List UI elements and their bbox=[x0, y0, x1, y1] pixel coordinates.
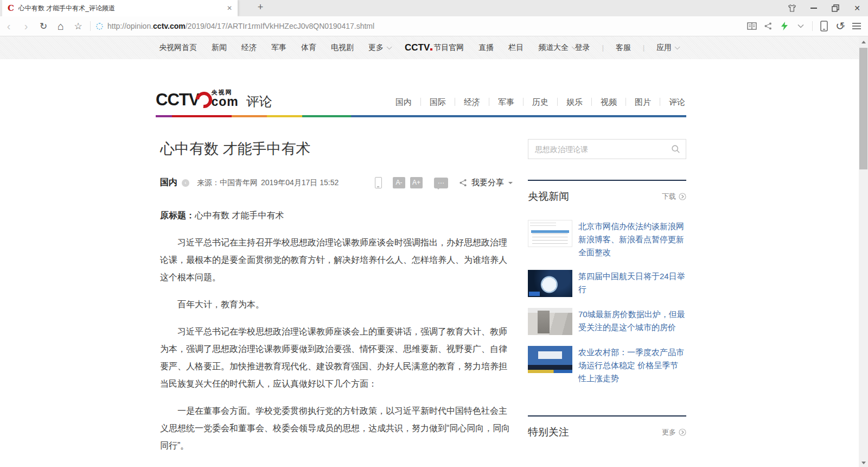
cctv-com-logo[interactable]: CCTV 央视网 com 评论 bbox=[156, 90, 272, 108]
topnav-item-sports[interactable]: 体育 bbox=[301, 43, 316, 53]
menu-button[interactable] bbox=[848, 18, 865, 34]
search-input[interactable] bbox=[535, 145, 671, 154]
divider: | bbox=[643, 44, 644, 52]
topnav-channels-dropdown[interactable]: 频道大全 bbox=[538, 43, 575, 53]
topnav-more-dropdown[interactable]: 更多 bbox=[368, 43, 390, 53]
share-caret-icon bbox=[508, 182, 513, 186]
topnav-item-live[interactable]: 直播 bbox=[478, 43, 494, 53]
channel-military[interactable]: 军事 bbox=[489, 98, 523, 106]
topnav-item-home[interactable]: 央视网首页 bbox=[159, 43, 197, 53]
forward-button[interactable]: › bbox=[17, 18, 35, 34]
login-link[interactable]: 登录 bbox=[575, 43, 590, 53]
phone-icon bbox=[820, 21, 828, 31]
channel-domestic[interactable]: 国内 bbox=[387, 98, 420, 106]
hamburger-icon bbox=[852, 23, 861, 29]
news-item[interactable]: 第四届中国航天日将于24日举行 bbox=[528, 270, 686, 297]
news-title: 70城最新房价数据出炉，但最受关注的是这个城市的房价 bbox=[578, 308, 686, 335]
channel-opinion[interactable]: 评论 bbox=[660, 98, 686, 106]
mobile-read-icon[interactable] bbox=[375, 177, 382, 188]
browser-tab[interactable]: C 心中有数 才能手中有术_评论频道 ✕ bbox=[2, 0, 238, 16]
news-list: 北京市网信办依法约谈新浪网 新浪博客、新浪看点暂停更新全面整改 第四届中国航天日… bbox=[528, 220, 686, 385]
scrollbar[interactable] bbox=[859, 36, 868, 467]
close-window-button[interactable]: ✕ bbox=[846, 0, 868, 16]
minimize-icon bbox=[810, 8, 817, 9]
scroll-up-arrow[interactable] bbox=[859, 37, 868, 46]
restore-tabs-button[interactable]: ↺▾ bbox=[832, 18, 848, 34]
scroll-down-arrow[interactable] bbox=[859, 458, 868, 467]
service-link[interactable]: 客服 bbox=[616, 43, 631, 53]
cctv-program-logo[interactable]: CCTV节目官网 bbox=[405, 42, 464, 53]
restore-button[interactable] bbox=[825, 0, 846, 16]
download-link[interactable]: 下载 bbox=[662, 192, 686, 201]
news-section-title: 央视新闻 bbox=[528, 190, 569, 204]
mobile-view-button[interactable] bbox=[816, 18, 832, 34]
undo-caret-icon: ▾ bbox=[843, 23, 845, 29]
scroll-thumb[interactable] bbox=[859, 48, 867, 169]
font-decrease-button[interactable]: A- bbox=[393, 177, 405, 188]
main-columns: 心中有数 才能手中有术 国内 ‹ 来源：中国青年网 2019年04月17日 15… bbox=[156, 139, 686, 464]
topnav-item-military[interactable]: 军事 bbox=[271, 43, 286, 53]
url-text[interactable]: http://opinion.cctv.com/2019/04/17/ARTIr… bbox=[107, 22, 374, 30]
channel-ent[interactable]: 娱乐 bbox=[557, 98, 591, 106]
channel-world[interactable]: 国际 bbox=[420, 98, 455, 106]
chevron-down-icon bbox=[675, 44, 680, 49]
paragraph: 一是在董事会方面。学校党委贯彻执行党的方针政策，以习近平新时代中国特色社会主义思… bbox=[160, 402, 513, 455]
page-content: CCTV 央视网 com 评论 国内 国际 经济 军事 历史 娱乐 视频 图片 … bbox=[156, 59, 686, 464]
topnav-item-columns[interactable]: 栏目 bbox=[508, 43, 524, 53]
window-controls: ✕ bbox=[781, 0, 868, 16]
topnav-item-economy[interactable]: 经济 bbox=[241, 43, 257, 53]
apps-dropdown[interactable]: 应用 bbox=[656, 43, 678, 53]
news-item[interactable]: 70城最新房价数据出炉，但最受关注的是这个城市的房价 bbox=[528, 308, 686, 335]
channel-nav: 国内 国际 经济 军事 历史 娱乐 视频 图片 评论 bbox=[387, 98, 686, 108]
addressbar-divider bbox=[90, 21, 91, 31]
news-item[interactable]: 农业农村部：一季度农产品市场运行总体稳定 价格呈季节性上涨走势 bbox=[528, 346, 686, 385]
font-increase-button[interactable]: A+ bbox=[410, 177, 423, 188]
red-dot-icon bbox=[430, 48, 432, 51]
news-thumb-document bbox=[528, 220, 572, 247]
comments-button[interactable]: … bbox=[434, 178, 448, 188]
share-control[interactable]: 我要分享 bbox=[459, 178, 513, 188]
divider: | bbox=[602, 44, 604, 52]
share-page-button[interactable] bbox=[760, 18, 776, 34]
more-link[interactable]: 更多 bbox=[662, 427, 686, 437]
url-host: cctv.com bbox=[153, 22, 186, 30]
tab-close-icon[interactable]: ✕ bbox=[227, 4, 232, 12]
channel-photo[interactable]: 图片 bbox=[626, 98, 660, 106]
news-item[interactable]: 北京市网信办依法约谈新浪网 新浪博客、新浪看点暂停更新全面整改 bbox=[528, 220, 686, 259]
theme-tshirt-button[interactable] bbox=[781, 0, 803, 16]
news-thumb-earth bbox=[528, 270, 572, 297]
addressbar-tools: ↺▾ bbox=[744, 18, 868, 34]
chevron-down-icon bbox=[797, 24, 804, 28]
category-label[interactable]: 国内 bbox=[160, 177, 177, 188]
reading-mode-icon bbox=[747, 22, 757, 30]
special-section-title: 特别关注 bbox=[528, 425, 569, 439]
toolbar-expand-button[interactable] bbox=[793, 18, 809, 34]
search-box bbox=[528, 139, 686, 159]
article-body: 原标题：心中有数 才能手中有术 习近平总书记在主持召开学校思想政治理论课教师座谈… bbox=[160, 207, 513, 455]
rainbow-bar bbox=[156, 115, 686, 117]
topnav-item-news[interactable]: 新闻 bbox=[212, 43, 227, 53]
topnav-item-tv[interactable]: 电视剧 bbox=[331, 43, 354, 53]
category-badge-icon[interactable]: ‹ bbox=[182, 179, 189, 187]
search-icon[interactable] bbox=[671, 144, 680, 154]
source-text: 来源：中国青年网 bbox=[197, 178, 258, 188]
site-info-icon[interactable] bbox=[96, 23, 103, 30]
news-title: 农业农村部：一季度农产品市场运行总体稳定 价格呈季节性上涨走势 bbox=[578, 346, 686, 385]
article-title: 心中有数 才能手中有术 bbox=[160, 139, 513, 159]
new-tab-button[interactable]: + bbox=[254, 2, 267, 13]
channel-economy[interactable]: 经济 bbox=[455, 98, 489, 106]
article: 心中有数 才能手中有术 国内 ‹ 来源：中国青年网 2019年04月17日 15… bbox=[156, 139, 513, 464]
back-button[interactable]: ‹ bbox=[0, 18, 17, 34]
channel-video[interactable]: 视频 bbox=[591, 98, 626, 106]
lightning-icon bbox=[781, 22, 788, 30]
home-button[interactable]: ⌂ bbox=[52, 18, 69, 34]
refresh-button[interactable]: ↻ bbox=[35, 18, 52, 34]
tab-title: 心中有数 才能手中有术_评论频道 bbox=[18, 4, 214, 13]
bookmark-star-button[interactable]: ☆ bbox=[69, 18, 87, 34]
channel-history[interactable]: 历史 bbox=[523, 98, 557, 106]
masthead: CCTV 央视网 com 评论 国内 国际 经济 军事 历史 娱乐 视频 图片 … bbox=[156, 59, 686, 108]
chevron-down-icon bbox=[387, 44, 392, 49]
minimize-button[interactable] bbox=[803, 0, 825, 16]
reading-mode-button[interactable] bbox=[744, 18, 760, 34]
accelerator-button[interactable] bbox=[776, 18, 793, 34]
